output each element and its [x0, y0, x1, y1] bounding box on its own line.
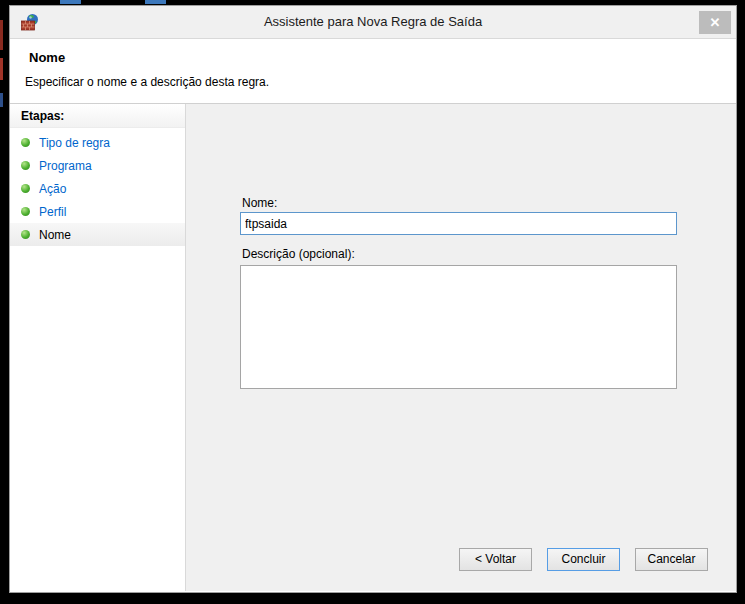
steps-heading: Etapas: [10, 104, 185, 128]
sidebar-item-programa[interactable]: Programa [10, 154, 185, 177]
wizard-dialog: Assistente para Nova Regra de Saída ✕ No… [9, 5, 737, 593]
background-artifact [0, 93, 3, 107]
title-bar[interactable]: Assistente para Nova Regra de Saída ✕ [10, 6, 736, 39]
cancel-button[interactable]: Cancelar [635, 548, 708, 571]
background-artifact [0, 58, 3, 80]
window-title: Assistente para Nova Regra de Saída [10, 6, 736, 38]
steps-sidebar: Etapas: Tipo de regra Programa Ação Perf… [10, 104, 186, 591]
step-bullet-icon [21, 184, 30, 193]
step-bullet-icon [21, 138, 30, 147]
step-label: Programa [39, 159, 92, 173]
back-button[interactable]: < Voltar [459, 548, 532, 571]
step-label: Nome [39, 228, 71, 242]
steps-list: Tipo de regra Programa Ação Perfil Nome [10, 131, 185, 246]
sidebar-item-acao[interactable]: Ação [10, 177, 185, 200]
close-icon[interactable]: ✕ [699, 11, 731, 34]
page-title: Nome [29, 50, 736, 65]
background-artifact [60, 0, 81, 4]
step-label: Tipo de regra [39, 136, 110, 150]
wizard-content-panel: Nome: Descrição (opcional): < Voltar Con… [186, 104, 736, 591]
name-field-label: Nome: [242, 196, 277, 210]
wizard-page-header: Nome Especificar o nome e a descrição de… [10, 39, 736, 104]
name-input[interactable] [240, 212, 677, 235]
background-artifact [0, 20, 3, 50]
finish-button[interactable]: Concluir [547, 548, 620, 571]
step-bullet-icon [21, 207, 30, 216]
firewall-icon [21, 13, 39, 31]
step-bullet-icon [21, 230, 30, 239]
step-label: Ação [39, 182, 66, 196]
sidebar-item-tipo-de-regra[interactable]: Tipo de regra [10, 131, 185, 154]
sidebar-item-perfil[interactable]: Perfil [10, 200, 185, 223]
background-artifact [145, 0, 166, 4]
step-label: Perfil [39, 205, 66, 219]
step-bullet-icon [21, 161, 30, 170]
description-textarea[interactable] [240, 265, 677, 389]
description-field-label: Descrição (opcional): [242, 247, 355, 261]
page-subtitle: Especificar o nome e a descrição desta r… [25, 75, 736, 89]
sidebar-item-nome-current: Nome [10, 223, 185, 246]
